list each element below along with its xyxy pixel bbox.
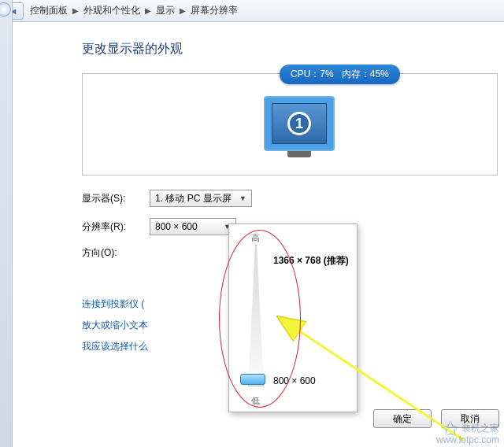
resolution-recommended[interactable]: 1366 × 768 (推荐) [273, 254, 349, 268]
watermark: ✩ 装机之家 www.lotpc.com [436, 423, 499, 445]
breadcrumb: ◄ 控制面板 ▶ 外观和个性化 ▶ 显示 ▶ 屏幕分辨率 [0, 0, 504, 22]
resolution-slider-thumb[interactable] [240, 374, 265, 385]
resolution-slider-popup: 高 1366 × 768 (推荐) 800 × 600 低 [228, 224, 358, 412]
watermark-url: www.lotpc.com [436, 434, 499, 445]
watermark-brand: 装机之家 [461, 423, 499, 434]
chevron-right-icon: ▶ [178, 6, 187, 15]
page-title: 更改显示器的外观 [82, 41, 504, 57]
resolution-dropdown[interactable]: 800 × 600 ▼ [150, 218, 236, 235]
display-preview-box: CPU：7% 内存：45% 1 [82, 73, 498, 175]
breadcrumb-item[interactable]: 显示 [153, 4, 178, 17]
ok-button[interactable]: 确定 [373, 409, 432, 428]
display-dropdown[interactable]: 1. 移动 PC 显示屏 ▼ [150, 190, 252, 207]
resolution-current[interactable]: 800 × 600 [273, 375, 316, 386]
breadcrumb-item[interactable]: 外观和个性化 [80, 4, 143, 17]
resolution-label: 分辨率(R): [82, 220, 150, 234]
chevron-down-icon: ▼ [239, 194, 246, 202]
breadcrumb-item[interactable]: 控制面板 [27, 4, 71, 17]
display-label: 显示器(S): [82, 192, 150, 205]
cpu-usage: CPU：7% [291, 68, 334, 79]
slider-low-label: 低 [251, 395, 260, 407]
resolution-slider-track[interactable] [248, 245, 264, 386]
slider-high-label: 高 [251, 232, 260, 244]
display-dropdown-value: 1. 移动 PC 显示屏 [155, 192, 232, 205]
monitor-number: 1 [287, 112, 311, 135]
monitor-icon[interactable]: 1 [264, 96, 335, 151]
resolution-dropdown-value: 800 × 600 [155, 221, 198, 232]
chevron-right-icon: ▶ [143, 6, 153, 15]
chevron-right-icon: ▶ [71, 6, 80, 15]
breadcrumb-item[interactable]: 屏幕分辨率 [187, 4, 241, 17]
memory-usage: 内存：45% [342, 68, 389, 79]
orientation-label: 方向(O): [82, 246, 150, 260]
monitor-stand-icon [287, 151, 311, 157]
system-monitor-overlay: CPU：7% 内存：45% [280, 65, 400, 84]
star-icon: ✩ [442, 423, 459, 434]
